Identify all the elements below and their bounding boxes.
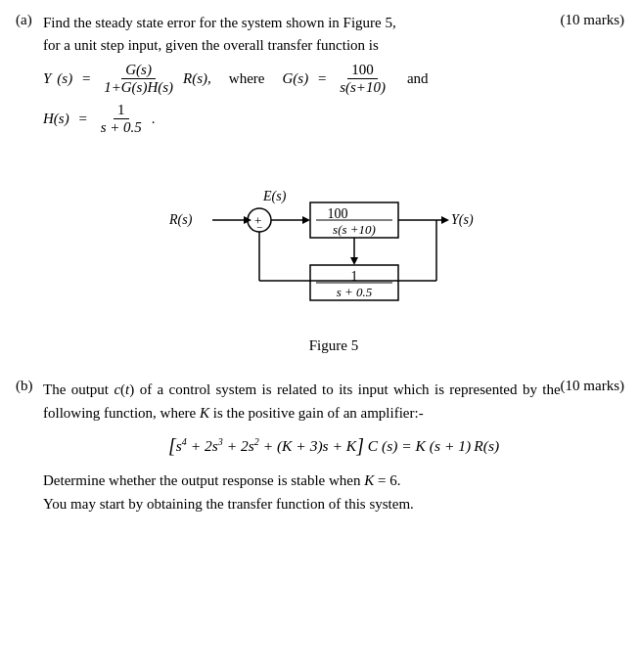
part-b-marks: (10 marks) <box>561 378 624 394</box>
part-b-content: The output c(t) of a control system is r… <box>43 378 624 515</box>
part-b-determine: Determine whether the output response is… <box>43 469 624 515</box>
formula-open-bracket: [ <box>168 434 176 457</box>
ys-equation: Y(s) = G(s) 1+G(s)H(s) R(s), <box>43 62 211 96</box>
part-b-section: (b) The output c(t) of a control system … <box>16 378 624 515</box>
big-formula: [ s4 + 2s3 + 2s2 + (K + 3)s + K ] C (s) … <box>43 434 624 457</box>
ys-label: Y(s) <box>451 212 474 228</box>
block2-den: s + 0.5 <box>337 285 373 299</box>
formula-cs: C (s) = K (s + 1) R(s) <box>364 437 499 455</box>
svg-text:−: − <box>256 221 262 233</box>
part-a-header: Find the steady state error for the syst… <box>43 12 624 56</box>
part-b-header: The output c(t) of a control system is r… <box>43 378 624 425</box>
hs-equals: = <box>75 111 91 127</box>
hs-line: H(s) = 1 s + 0.5 . <box>43 102 624 136</box>
gs-equals: = <box>314 70 330 87</box>
part-a-marks: (10 marks) <box>561 12 624 28</box>
hs-dot: . <box>152 111 156 127</box>
gs-lhs: G(s) <box>283 70 309 87</box>
gs-denominator: s(s+10) <box>336 79 389 96</box>
ys-fraction: G(s) 1+G(s)H(s) <box>100 62 177 96</box>
ys-numerator: G(s) <box>121 62 156 79</box>
part-a-label: (a) <box>16 12 43 368</box>
part-a-content: Find the steady state error for the syst… <box>43 12 624 368</box>
hs-lhs: H(s) <box>43 111 69 127</box>
ys-equals: = <box>78 70 94 87</box>
ys-rs: R(s), <box>183 70 211 87</box>
transfer-function-line: Y(s) = G(s) 1+G(s)H(s) R(s), where G(s) … <box>43 62 624 96</box>
svg-marker-10 <box>441 216 449 224</box>
gs-fraction: 100 s(s+10) <box>336 62 389 96</box>
hs-denominator: s + 0.5 <box>97 119 146 136</box>
gs-equation: G(s) = 100 s(s+10) <box>283 62 389 96</box>
part-a-section: (a) Find the steady state error for the … <box>16 12 624 368</box>
part-b-intro: The output c(t) of a control system is r… <box>43 378 561 425</box>
es-label: E(s) <box>262 189 287 204</box>
gs-numerator: 100 <box>347 62 378 79</box>
ys-paren: (s) <box>57 70 72 87</box>
ys-lhs: Y <box>43 70 51 87</box>
block1-den: s(s +10) <box>333 222 376 237</box>
hs-fraction: 1 s + 0.5 <box>97 102 146 136</box>
block1-num: 100 <box>328 206 348 221</box>
svg-marker-14 <box>350 257 358 265</box>
and-label: and <box>407 70 429 87</box>
ys-denominator: 1+G(s)H(s) <box>100 79 177 96</box>
block2-num: 1 <box>351 269 358 284</box>
figure-caption: Figure 5 <box>43 337 624 354</box>
hs-numerator: 1 <box>114 102 129 119</box>
formula-content: s4 + 2s3 + 2s2 + (K + 3)s + K <box>176 436 356 455</box>
rs-label: R(s) <box>168 212 193 228</box>
formula-close-bracket: ] <box>356 434 364 457</box>
diagram-svg: R(s) + − E(s) <box>167 154 500 330</box>
block-diagram-container: R(s) + − E(s) <box>43 154 624 330</box>
where-label: where <box>229 70 265 87</box>
svg-marker-6 <box>302 216 310 224</box>
part-a-text: Find the steady state error for the syst… <box>43 12 396 56</box>
block-diagram: R(s) + − E(s) <box>167 154 500 330</box>
part-b-label: (b) <box>16 378 43 515</box>
